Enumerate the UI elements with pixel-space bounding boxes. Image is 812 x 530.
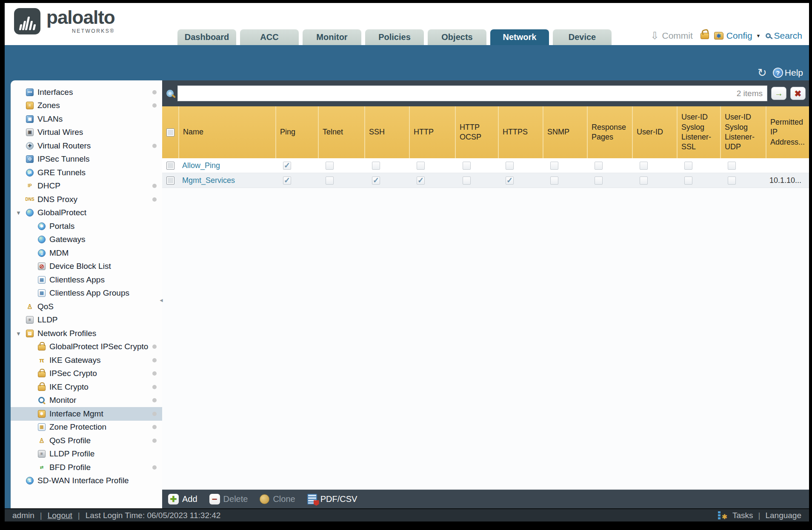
item-dot-indicator <box>152 103 157 108</box>
row-checkbox[interactable] <box>166 162 174 170</box>
service-checkbox[interactable] <box>283 177 291 185</box>
sidebar-item-portals[interactable]: ✱Portals <box>11 219 162 233</box>
sidebar-item-qos-profile[interactable]: ♙QoS Profile <box>11 434 162 447</box>
service-checkbox[interactable] <box>728 162 736 170</box>
sidebar-item-globalprotect-ipsec-crypto[interactable]: GlobalProtect IPSec Crypto <box>11 340 162 354</box>
tasks-button[interactable]: Tasks <box>732 511 753 520</box>
sidebar-item-bfd-profile[interactable]: ⇄BFD Profile <box>11 461 162 474</box>
sidebar-item-interfaces[interactable]: •••Interfaces <box>11 85 162 99</box>
service-checkbox[interactable] <box>372 162 380 170</box>
service-checkbox[interactable] <box>640 177 648 185</box>
clear-filter-button[interactable]: ✖ <box>790 87 806 100</box>
service-checkbox[interactable] <box>417 162 425 170</box>
sidebar-item-clientless-app-groups[interactable]: ▤Clientless App Groups <box>11 287 162 300</box>
sidebar-item-mdm[interactable]: ▯MDM <box>11 246 162 260</box>
tab-policies[interactable]: Policies <box>365 29 424 45</box>
sidebar-item-network-profiles[interactable]: ▼▤Network Profiles <box>11 327 162 340</box>
service-checkbox[interactable] <box>417 177 425 185</box>
expander-icon[interactable]: ▼ <box>16 330 21 336</box>
device-block-list-icon: ⊘ <box>38 262 46 270</box>
item-dot-indicator <box>152 439 157 443</box>
column-header-label: HTTP OCSP <box>460 123 494 142</box>
language-button[interactable]: Language <box>765 511 801 520</box>
service-checkbox[interactable] <box>550 177 558 185</box>
table-row: Mgmt_Services10.1.10... <box>162 173 809 188</box>
sidebar-item-gateways[interactable]: Gateways <box>11 233 162 247</box>
sidebar-item-monitor[interactable]: Monitor <box>11 394 162 407</box>
sidebar-item-zones[interactable]: ≡Zones <box>11 99 162 113</box>
commit-button[interactable]: ⇩ Commit <box>650 31 692 41</box>
service-checkbox[interactable] <box>372 177 380 185</box>
service-checkbox[interactable] <box>463 162 471 170</box>
sidebar-item-virtual-routers[interactable]: ✚Virtual Routers <box>11 139 162 153</box>
add-button[interactable]: ✚Add <box>168 494 197 504</box>
global-search-button[interactable]: Search <box>766 31 802 41</box>
service-checkbox[interactable] <box>550 162 558 170</box>
config-menu-button[interactable]: ✱ Config ▼ <box>714 31 761 41</box>
sidebar-item-ike-gateways[interactable]: πIKE Gateways <box>11 353 162 367</box>
tab-device[interactable]: Device <box>553 29 612 45</box>
row-name-link[interactable]: Allow_Ping <box>182 161 220 170</box>
dns-proxy-icon: DNS <box>26 196 34 203</box>
lock-icon[interactable] <box>700 33 709 39</box>
service-checkbox[interactable] <box>684 177 692 185</box>
pdf-csv-icon <box>307 494 317 504</box>
sidebar-item-label: QoS Profile <box>49 436 91 445</box>
column-header-telnet: Telnet <box>318 106 364 158</box>
service-checkbox[interactable] <box>684 162 692 170</box>
sidebar-item-ipsec-crypto[interactable]: IPSec Crypto <box>11 367 162 381</box>
sidebar-item-gre-tunnels[interactable]: ⇄GRE Tunnels <box>11 166 162 180</box>
service-checkbox[interactable] <box>640 162 648 170</box>
tab-dashboard[interactable]: Dashboard <box>177 29 236 45</box>
sidebar-item-ipsec-tunnels[interactable]: ⊙IPSec Tunnels <box>11 153 162 166</box>
sidebar-item-dhcp[interactable]: IPDHCP <box>11 180 162 193</box>
service-checkbox[interactable] <box>595 162 603 170</box>
logout-link[interactable]: Logout <box>48 511 72 520</box>
column-header-http: HTTP <box>409 106 455 158</box>
service-checkbox[interactable] <box>506 177 514 185</box>
tab-objects[interactable]: Objects <box>428 29 486 45</box>
service-check-cell <box>318 173 364 188</box>
sidebar-tree: •••Interfaces≡Zones▣VLANs▣Virtual Wires✚… <box>11 80 162 508</box>
help-button[interactable]: ? Help <box>773 68 803 78</box>
sidebar-item-qos[interactable]: ♙QoS <box>11 300 162 313</box>
refresh-icon[interactable]: ↻ <box>758 67 767 78</box>
select-all-checkbox[interactable] <box>166 128 174 137</box>
service-checkbox[interactable] <box>326 162 334 170</box>
pdf-csv-button[interactable]: PDF/CSV <box>307 494 357 504</box>
row-name-link[interactable]: Mgmt_Services <box>182 176 235 185</box>
service-checkbox[interactable] <box>463 177 471 185</box>
sidebar-collapse-icon[interactable]: ◄ <box>159 297 164 303</box>
sidebar-item-lldp[interactable]: ≡LLDP <box>11 313 162 327</box>
service-checkbox[interactable] <box>595 177 603 185</box>
sidebar-item-lldp-profile[interactable]: ≡LLDP Profile <box>11 447 162 461</box>
service-checkbox[interactable] <box>728 177 736 185</box>
sidebar-item-ike-crypto[interactable]: IKE Crypto <box>11 380 162 394</box>
service-check-cell <box>409 158 455 173</box>
sidebar-item-device-block-list[interactable]: ⊘Device Block List <box>11 260 162 274</box>
service-checkbox[interactable] <box>326 177 334 185</box>
row-checkbox[interactable] <box>166 177 174 185</box>
tab-network[interactable]: Network <box>490 29 549 45</box>
sidebar-item-label: Clientless App Groups <box>49 288 129 298</box>
expander-icon[interactable]: ▼ <box>16 210 21 216</box>
sidebar-item-globalprotect[interactable]: ▼GlobalProtect <box>11 206 162 220</box>
apply-filter-button[interactable]: → <box>771 87 786 100</box>
sidebar-item-clientless-apps[interactable]: ▤Clientless Apps <box>11 273 162 287</box>
row-select-cell <box>162 173 178 188</box>
tab-acc[interactable]: ACC <box>240 29 299 45</box>
service-checkbox[interactable] <box>506 162 514 170</box>
sidebar-item-sd-wan-interface-profile[interactable]: ⇅SD-WAN Interface Profile <box>11 474 162 488</box>
sidebar-item-zone-protection[interactable]: ▥Zone Protection <box>11 421 162 434</box>
service-checkbox[interactable] <box>283 162 291 170</box>
service-check-cell <box>543 173 587 188</box>
help-icon: ? <box>773 68 783 78</box>
filter-input[interactable] <box>178 86 767 101</box>
sidebar-item-interface-mgmt[interactable]: ✱Interface Mgmt <box>11 407 162 421</box>
sidebar-item-virtual-wires[interactable]: ▣Virtual Wires <box>11 126 162 140</box>
lldp-icon: ≡ <box>26 316 34 324</box>
sidebar-item-dns-proxy[interactable]: DNSDNS Proxy <box>11 193 162 206</box>
tab-monitor[interactable]: Monitor <box>303 29 361 45</box>
sidebar-item-vlans[interactable]: ▣VLANs <box>11 112 162 126</box>
item-dot-indicator <box>152 398 157 402</box>
